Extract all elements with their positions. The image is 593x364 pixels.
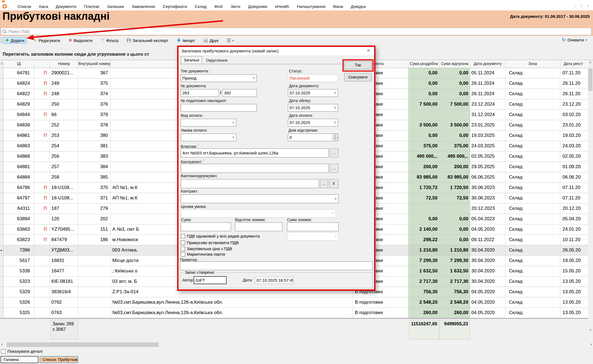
column-header-8[interactable]: Сума відпускна (439, 60, 470, 68)
marketing-checkbox[interactable] (181, 252, 185, 256)
pay-kind-select[interactable]: ˅ (181, 119, 236, 126)
horizontal-scrollbar[interactable]: ‹ › (0, 342, 593, 348)
toolbar-button-view-options[interactable]: ▾ (225, 38, 236, 43)
cell-mark (34, 256, 50, 266)
spin-up-icon[interactable]: ▲ (333, 134, 338, 138)
column-header-3[interactable]: Номер (50, 60, 78, 68)
owner-input[interactable]: Апт №003 пгт.Барышевка, ул.Киевский шлях… (181, 148, 329, 157)
show-details-row: Показувати деталі (1, 349, 42, 354)
close-icon[interactable]: × (364, 47, 372, 55)
vat-force-checkbox[interactable] (181, 241, 185, 245)
column-header-2[interactable] (34, 60, 50, 68)
sum-input[interactable] (181, 222, 231, 231)
contragent-input[interactable] (181, 164, 329, 173)
table-row[interactable]: 53250763№03,смт.Баришівка,вул.Леніна,126… (0, 308, 593, 318)
chevron-down-icon[interactable]: ▾ (586, 38, 587, 41)
menu-item-6[interactable]: Сертифікати (163, 4, 187, 9)
menu-item-9[interactable]: Звіти (230, 4, 240, 9)
column-header-10[interactable]: Зона (505, 60, 560, 68)
minimize-button[interactable]: – (574, 4, 576, 8)
dialog-titlebar[interactable]: Заголовок прибуткового документа (новий … (179, 47, 374, 55)
window-controls: – □ × (574, 4, 589, 8)
show-details-checkbox[interactable] (1, 349, 5, 354)
tab-general[interactable]: Загальні (181, 56, 202, 64)
discount-percent-input[interactable] (235, 222, 282, 231)
menu-item-1[interactable]: Каса (39, 4, 48, 9)
author-input[interactable]: GIFT (194, 276, 227, 284)
cancel-button[interactable]: Скасувати (344, 73, 372, 81)
vat-same-checkbox[interactable] (181, 234, 185, 238)
scroll-up-icon[interactable]: ˄ (588, 61, 593, 64)
menu-item-5[interactable]: Замовлення (132, 4, 155, 9)
owner-browse-button[interactable]: … (330, 148, 338, 157)
row-indicator (0, 214, 4, 224)
doc-date-select[interactable]: 07.10.2025˅ (288, 89, 338, 97)
pay-term-select[interactable]: ˅ (181, 134, 236, 141)
release-total: 9499055,23 (440, 320, 470, 340)
contract-select[interactable]: ˅ (181, 194, 339, 203)
spin-down-icon[interactable]: ▼ (333, 138, 338, 141)
doc-type-select[interactable]: Приход˅ (181, 74, 257, 82)
toolbar-grip[interactable] (1, 37, 2, 44)
toolbar-button-Імпорт[interactable]: Імпорт (175, 37, 197, 44)
pay-date-select[interactable]: 07.10.2025˅ (288, 119, 338, 126)
consignee-browse-button[interactable]: … (320, 179, 328, 188)
note-input[interactable] (180, 261, 373, 270)
menu-item-2[interactable]: Документи (56, 4, 76, 9)
toolbar-button-Видалити[interactable]: Видалити (66, 37, 94, 44)
toolbar-button-Друк[interactable]: Друк (201, 37, 221, 44)
contragent-browse-button[interactable]: … (330, 164, 338, 173)
tax-invoice-input[interactable] (181, 104, 257, 112)
column-header-9[interactable]: Дата документу (470, 60, 505, 68)
menu-item-0[interactable]: Список (18, 4, 31, 9)
cell-doc_date: 26.11.2024 (470, 89, 505, 99)
created-date-field: 07.10.2025 16:57:49 (255, 277, 293, 284)
menu-item-11[interactable]: eHealth (275, 4, 289, 9)
scroll-right-icon[interactable]: › (590, 342, 592, 347)
consignee-clear-button[interactable]: X (329, 179, 338, 188)
cell-internal: 376 (78, 99, 111, 109)
menu-item-12[interactable]: Налаштування (297, 4, 325, 9)
menu-item-8[interactable]: Філії (214, 4, 223, 9)
column-header-7[interactable]: Сума роздрібна (408, 60, 439, 68)
toolbar-button-Редагувати[interactable]: Редагувати (31, 37, 62, 44)
account-date-select[interactable]: 07.10.2025˅ (288, 104, 338, 112)
cell-id: 64829 (4, 99, 34, 109)
search-input[interactable]: Поиск (Tab) (1, 28, 591, 35)
column-header-1[interactable]: ІД (4, 60, 34, 68)
tab-list-invoices[interactable]: Список: Прибуткові ... (40, 356, 78, 363)
doc-number-suffix-input[interactable]: 392 (222, 89, 257, 97)
cell-zone: Склад (505, 204, 560, 214)
menu-item-4[interactable]: Залишки (107, 4, 124, 9)
close-button[interactable]: × (587, 4, 589, 8)
chevron-down-icon[interactable]: ▾ (232, 39, 234, 42)
toolbar-button-Додати[interactable]: Додати (3, 37, 27, 44)
scroll-left-icon[interactable]: ‹ (1, 342, 3, 347)
menu-item-13[interactable]: Вікна (333, 4, 343, 9)
refresh-icon (562, 37, 566, 43)
doc-number-input[interactable]: 263 (181, 89, 219, 97)
menu-item-10[interactable]: Довідники (248, 4, 267, 9)
cell-doc_date: 29.05.2025 (470, 162, 505, 172)
cell-internal: 383 (78, 151, 111, 162)
tab-main[interactable]: Головна (1, 356, 38, 363)
refresh-button[interactable]: Оновити ▾ (562, 37, 587, 43)
menu-item-3[interactable]: Платежі (84, 4, 99, 9)
consignee-input[interactable] (181, 179, 319, 188)
column-header-4[interactable]: Внутрішній номер (78, 60, 111, 68)
discount-sum-input[interactable] (287, 222, 339, 231)
vertical-scrollbar[interactable]: ˄ ˅ (588, 60, 593, 341)
menu-item-14[interactable]: Довідка (351, 4, 366, 9)
toolbar-button-Фільтр[interactable]: Фільтр (99, 37, 121, 44)
table-row[interactable]: 53260762№03,смт.Баришівка,вул.Леніна,126… (0, 297, 593, 308)
vertical-scroll-thumb[interactable] (588, 68, 592, 91)
cell-id: 64881 (4, 162, 34, 172)
toolbar-button-Загальний експорт[interactable]: Загальний експорт (125, 37, 171, 44)
horizontal-scroll-thumb[interactable] (7, 342, 159, 347)
restore-button[interactable]: □ (581, 4, 583, 8)
menu-item-7[interactable]: Склад (195, 4, 207, 9)
delay-days-stepper[interactable]: 0 ▲▼ (288, 134, 338, 141)
purchase-vat-checkbox[interactable] (181, 247, 185, 251)
tab-rounding[interactable]: Округлення (203, 57, 230, 64)
scroll-down-icon[interactable]: ˅ (588, 328, 593, 332)
